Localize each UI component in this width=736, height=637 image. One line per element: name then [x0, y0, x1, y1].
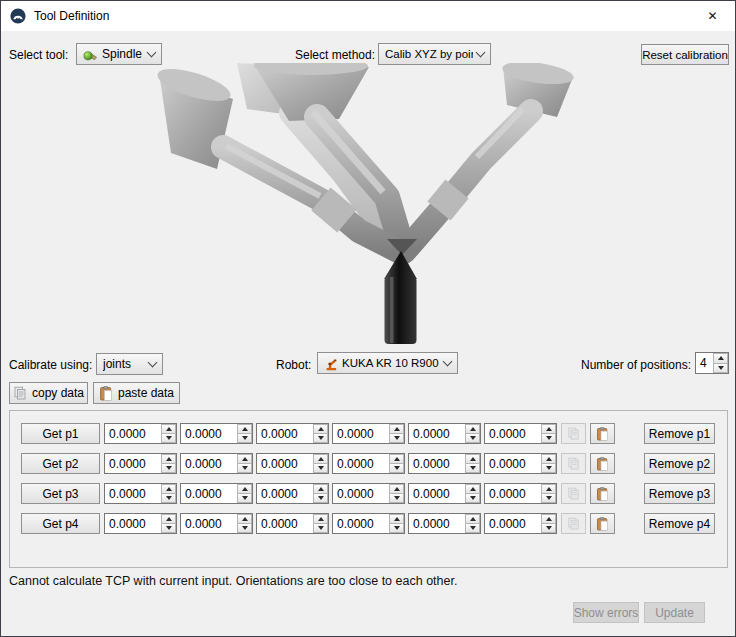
spin-down-button[interactable] — [161, 524, 176, 533]
spin-down-button[interactable] — [541, 494, 556, 503]
spin-down-button[interactable] — [161, 494, 176, 503]
spin-up-button[interactable] — [313, 424, 328, 434]
spin-up-button[interactable] — [541, 424, 556, 434]
spin-up-button[interactable] — [161, 424, 176, 434]
method-select[interactable]: Calib XYZ by point — [378, 43, 491, 65]
spin-up-button[interactable] — [161, 484, 176, 494]
spin-up-button[interactable] — [389, 484, 404, 494]
spin-down-button[interactable] — [161, 434, 176, 443]
p1-coordinate-input-2[interactable] — [181, 424, 237, 443]
spin-up-button[interactable] — [313, 484, 328, 494]
get-p1-button[interactable]: Get p1 — [21, 423, 100, 444]
spin-up-button[interactable] — [541, 454, 556, 464]
copy-data-button[interactable]: copy data — [9, 382, 88, 404]
spin-up-button[interactable] — [389, 424, 404, 434]
spin-up-button[interactable] — [465, 424, 480, 434]
spin-up-button[interactable] — [161, 454, 176, 464]
p4-coordinate-input-6[interactable] — [485, 514, 541, 533]
spin-down-button[interactable] — [389, 434, 404, 443]
spin-up-button[interactable] — [465, 454, 480, 464]
spin-down-button[interactable] — [465, 524, 480, 533]
paste-data-button[interactable]: paste data — [93, 382, 180, 404]
p3-coordinate-input-4[interactable] — [333, 484, 389, 503]
spin-up-button[interactable] — [237, 514, 252, 524]
p1-coordinate-input-4[interactable] — [333, 424, 389, 443]
spin-up-button[interactable] — [313, 454, 328, 464]
spin-up-button[interactable] — [161, 514, 176, 524]
spin-up-button[interactable] — [389, 514, 404, 524]
row1-paste-button[interactable] — [590, 423, 615, 444]
p3-coordinate-input-2[interactable] — [181, 484, 237, 503]
p2-coordinate-input-5[interactable] — [409, 454, 465, 473]
spin-down-button[interactable] — [465, 434, 480, 443]
spin-down-button[interactable] — [389, 494, 404, 503]
positions-spinner[interactable] — [695, 352, 729, 374]
spin-down-button[interactable] — [541, 464, 556, 473]
spin-down-button[interactable] — [237, 524, 252, 533]
spin-up-button[interactable] — [541, 484, 556, 494]
p4-coordinate-input-3[interactable] — [257, 514, 313, 533]
spin-down-button[interactable] — [713, 364, 728, 374]
get-p4-button[interactable]: Get p4 — [21, 513, 100, 534]
p3-coordinate-input-1[interactable] — [105, 484, 161, 503]
remove-p4-button[interactable]: Remove p4 — [644, 513, 715, 534]
p3-coordinate-input-5[interactable] — [409, 484, 465, 503]
remove-p2-button[interactable]: Remove p2 — [644, 453, 715, 474]
p1-coordinate-input-1[interactable] — [105, 424, 161, 443]
p4-coordinate-input-5[interactable] — [409, 514, 465, 533]
get-p2-button[interactable]: Get p2 — [21, 453, 100, 474]
spin-up-button[interactable] — [541, 514, 556, 524]
get-p3-button[interactable]: Get p3 — [21, 483, 100, 504]
calibrate-using-select[interactable]: joints — [96, 353, 163, 375]
spin-down-button[interactable] — [313, 524, 328, 533]
spin-down-button[interactable] — [161, 464, 176, 473]
p1-coordinate-input-5[interactable] — [409, 424, 465, 443]
p1-coordinate-input-3[interactable] — [257, 424, 313, 443]
spin-down-button[interactable] — [541, 434, 556, 443]
spin-down-button[interactable] — [389, 524, 404, 533]
spin-down-button[interactable] — [313, 464, 328, 473]
p4-coordinate-input-1[interactable] — [105, 514, 161, 533]
spin-up-button[interactable] — [465, 484, 480, 494]
robot-select[interactable]: KUKA KR 10 R900 sixx — [317, 352, 458, 374]
reset-calibration-button[interactable]: Reset calibration — [641, 44, 729, 65]
row3-copy-button[interactable] — [561, 483, 586, 504]
row3-paste-button[interactable] — [590, 483, 615, 504]
update-button[interactable]: Update — [644, 602, 705, 623]
row2-paste-button[interactable] — [590, 453, 615, 474]
positions-input[interactable] — [696, 353, 713, 373]
row4-copy-button[interactable] — [561, 513, 586, 534]
p2-coordinate-input-3[interactable] — [257, 454, 313, 473]
p2-coordinate-input-2[interactable] — [181, 454, 237, 473]
spin-down-button[interactable] — [313, 494, 328, 503]
spin-up-button[interactable] — [237, 484, 252, 494]
spin-up-button[interactable] — [465, 514, 480, 524]
spin-down-button[interactable] — [237, 494, 252, 503]
spin-down-button[interactable] — [389, 464, 404, 473]
p3-coordinate-input-3[interactable] — [257, 484, 313, 503]
row1-copy-button[interactable] — [561, 423, 586, 444]
p1-coordinate-input-6[interactable] — [485, 424, 541, 443]
spin-down-button[interactable] — [465, 464, 480, 473]
p2-coordinate-input-4[interactable] — [333, 454, 389, 473]
tool-select[interactable]: Spindle — [76, 43, 162, 65]
p4-coordinate-input-4[interactable] — [333, 514, 389, 533]
remove-p3-button[interactable]: Remove p3 — [644, 483, 715, 504]
row2-copy-button[interactable] — [561, 453, 586, 474]
show-errors-button[interactable]: Show errors — [573, 602, 639, 623]
spin-down-button[interactable] — [465, 494, 480, 503]
row4-paste-button[interactable] — [590, 513, 615, 534]
p3-coordinate-input-6[interactable] — [485, 484, 541, 503]
p4-coordinate-input-2[interactable] — [181, 514, 237, 533]
spin-up-button[interactable] — [313, 514, 328, 524]
remove-p1-button[interactable]: Remove p1 — [644, 423, 715, 444]
spin-down-button[interactable] — [237, 464, 252, 473]
spin-up-button[interactable] — [389, 454, 404, 464]
p2-coordinate-input-1[interactable] — [105, 454, 161, 473]
spin-down-button[interactable] — [313, 434, 328, 443]
p2-coordinate-input-6[interactable] — [485, 454, 541, 473]
spin-down-button[interactable] — [541, 524, 556, 533]
spin-up-button[interactable] — [237, 454, 252, 464]
spin-down-button[interactable] — [237, 434, 252, 443]
spin-up-button[interactable] — [713, 353, 728, 364]
